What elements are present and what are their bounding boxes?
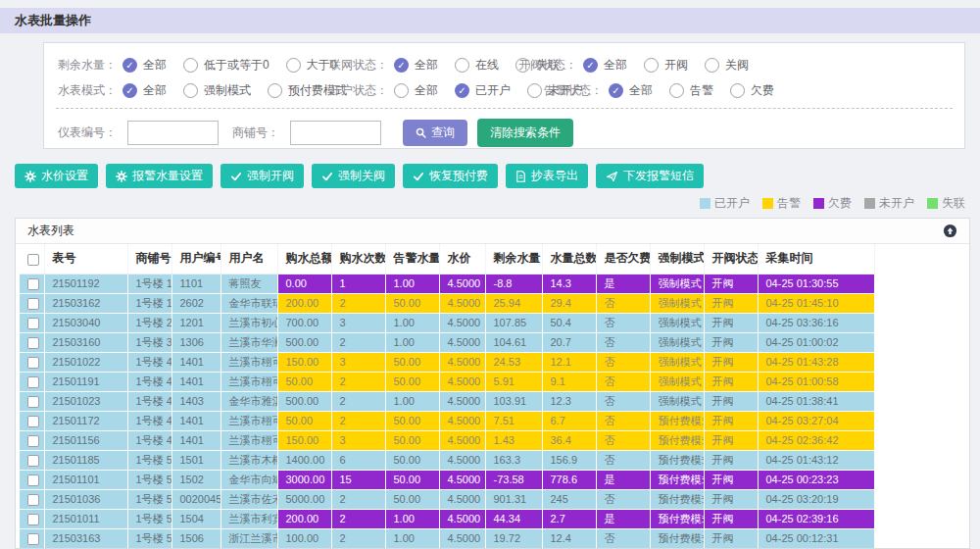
row-checkbox[interactable] (27, 416, 39, 427)
row-checkbox[interactable] (27, 278, 39, 290)
table-cell: 4.5000 (439, 450, 485, 470)
radio-option[interactable]: 开阀 (644, 57, 688, 74)
table-cell: 强制模式 (650, 274, 704, 293)
radio-option[interactable]: 在线 (455, 57, 499, 74)
radio-unchecked-icon[interactable] (183, 83, 198, 98)
radio-option[interactable]: 强制模式 (183, 82, 251, 99)
radio-checked-icon[interactable]: ✓ (609, 83, 623, 98)
clear-search-button[interactable]: 清除搜索条件 (477, 119, 573, 147)
radio-unchecked-icon[interactable] (527, 83, 542, 98)
table-cell: 2 (331, 528, 385, 548)
radio-option[interactable]: ✓已开户 (455, 82, 511, 99)
radio-unchecked-icon[interactable] (394, 83, 409, 98)
table-cell: 6.7 (542, 411, 596, 430)
table-row[interactable]: 215031621号楼 1042602金华市联瑞工200.00250.004.5… (20, 293, 874, 313)
radio-unchecked-icon[interactable] (268, 83, 282, 98)
table-row[interactable]: 215011561号楼 4061401兰溪市栩可轩150.00350.004.5… (20, 430, 874, 450)
table-row[interactable]: 215031631号楼 5061506浙江兰溪市浙100.0021.004.50… (20, 528, 874, 548)
table-cell: 开阀 (704, 528, 758, 548)
collapse-panel-icon[interactable] (943, 224, 957, 238)
table-cell: 04-25 03:36:16 (758, 313, 874, 332)
radio-option[interactable]: ✓全部 (122, 82, 167, 99)
table-row[interactable]: 215011911号楼 4021401兰溪市栩可轩50.00250.004.50… (20, 372, 874, 391)
shop-id-input[interactable] (290, 121, 381, 145)
action-button[interactable]: 强制关阀 (312, 164, 395, 188)
radio-option[interactable]: ✓全部 (394, 57, 438, 74)
action-button[interactable]: 抄表导出 (506, 164, 588, 188)
select-all-checkbox[interactable] (27, 254, 39, 266)
radio-option[interactable]: 关阀 (705, 57, 749, 74)
radio-unchecked-icon[interactable] (730, 83, 745, 98)
row-checkbox[interactable] (27, 533, 39, 545)
radio-unchecked-icon[interactable] (644, 58, 659, 73)
table-cell: 21501192 (44, 274, 127, 293)
radio-option[interactable]: 告警 (669, 82, 713, 99)
table-cell: 200.00 (277, 509, 331, 528)
check-icon (413, 171, 424, 182)
search-row: 仪表编号： 商铺号： 查询 清除搜索条件 (44, 109, 964, 147)
action-button[interactable]: 水价设置 (15, 164, 98, 188)
radio-checked-icon[interactable]: ✓ (122, 58, 137, 73)
row-checkbox[interactable] (27, 514, 39, 525)
radio-option[interactable]: 低于或等于0 (183, 57, 270, 74)
table-cell: 兰溪市栩可轩 (220, 430, 277, 450)
column-header: 采集时间 (758, 244, 874, 274)
table-row[interactable]: 215031601号楼 3061306兰溪市华澜工500.0021.004.50… (20, 332, 874, 352)
radio-option[interactable]: ✓全部 (122, 57, 167, 74)
row-checkbox[interactable] (27, 337, 39, 349)
radio-checked-icon[interactable]: ✓ (122, 83, 137, 98)
table-cell: 兰溪市栩可轩 (220, 352, 277, 372)
filter-group-label: 剩余水量： (58, 57, 117, 74)
radio-checked-icon[interactable]: ✓ (583, 58, 598, 73)
action-button[interactable]: 下发报警短信 (596, 164, 704, 188)
row-checkbox[interactable] (27, 376, 39, 388)
table-row[interactable]: 215010111号楼 5041504兰溪市利宾工200.0021.004.50… (20, 509, 874, 528)
table-row[interactable]: 215011921号楼 1011101蒋照友0.0011.004.5000-8.… (20, 274, 874, 293)
action-button[interactable]: 报警水量设置 (106, 164, 213, 188)
row-checkbox[interactable] (27, 455, 39, 467)
row-checkbox[interactable] (27, 396, 39, 408)
radio-checked-icon[interactable]: ✓ (394, 58, 409, 73)
radio-unchecked-icon[interactable] (669, 83, 684, 98)
table-row[interactable]: 215030401号楼 2011201兰溪市初心饮700.0031.004.50… (20, 313, 874, 332)
table-row[interactable]: 215011721号楼 4051401兰溪市栩可轩50.00250.004.50… (20, 411, 874, 430)
table-cell: 500.00 (277, 391, 331, 411)
table-row[interactable]: 215010231号楼 4031403金华市雅淇工500.0021.004.50… (20, 391, 874, 411)
table-cell: 4.5000 (439, 391, 485, 411)
legend-item: 欠费 (813, 195, 852, 212)
radio-option[interactable]: ✓全部 (583, 57, 627, 74)
table-row[interactable]: 215011011号楼 5021502金华市向斌工3000.001550.004… (20, 470, 874, 489)
radio-option-label: 告警 (690, 82, 713, 99)
action-button[interactable]: 恢复预付费 (403, 164, 498, 188)
radio-unchecked-icon[interactable] (183, 58, 198, 73)
table-row[interactable]: 215010221号楼 4011401兰溪市栩可轩150.00350.004.5… (20, 352, 874, 372)
table-cell: 901.31 (485, 489, 542, 509)
table-row[interactable]: 215010361号楼 50300200455兰溪市佐禾饮5000.00250.… (20, 489, 874, 509)
radio-option[interactable]: 欠费 (730, 82, 774, 99)
table-cell: 50.00 (385, 411, 439, 430)
radio-unchecked-icon[interactable] (455, 58, 469, 73)
filter-group: 开阀状态：✓全部开阀关阀 (518, 57, 765, 74)
table-cell: 2.7 (542, 509, 596, 528)
action-button[interactable]: 强制开阀 (220, 164, 304, 188)
radio-option[interactable]: ✓全部 (609, 82, 653, 99)
row-checkbox[interactable] (27, 474, 39, 486)
row-checkbox[interactable] (27, 318, 39, 329)
table-cell: 2602 (172, 293, 220, 313)
column-header: 购水次数 (331, 244, 385, 274)
table-cell: 6 (331, 450, 385, 470)
radio-checked-icon[interactable]: ✓ (455, 83, 469, 98)
table-cell: 50.00 (385, 450, 439, 470)
radio-unchecked-icon[interactable] (286, 58, 301, 73)
column-header: 水量总数 (542, 244, 596, 274)
row-checkbox[interactable] (27, 357, 39, 369)
row-checkbox[interactable] (27, 435, 39, 447)
row-checkbox[interactable] (27, 494, 39, 506)
row-checkbox[interactable] (27, 298, 39, 310)
action-button-label: 报警水量设置 (132, 168, 203, 184)
query-button[interactable]: 查询 (403, 120, 467, 146)
radio-option[interactable]: 全部 (394, 82, 438, 99)
meter-id-input[interactable] (127, 121, 219, 145)
radio-unchecked-icon[interactable] (705, 58, 719, 73)
table-row[interactable]: 215011851号楼 5011501兰溪市木榕馨1400.00650.004.… (20, 450, 874, 470)
